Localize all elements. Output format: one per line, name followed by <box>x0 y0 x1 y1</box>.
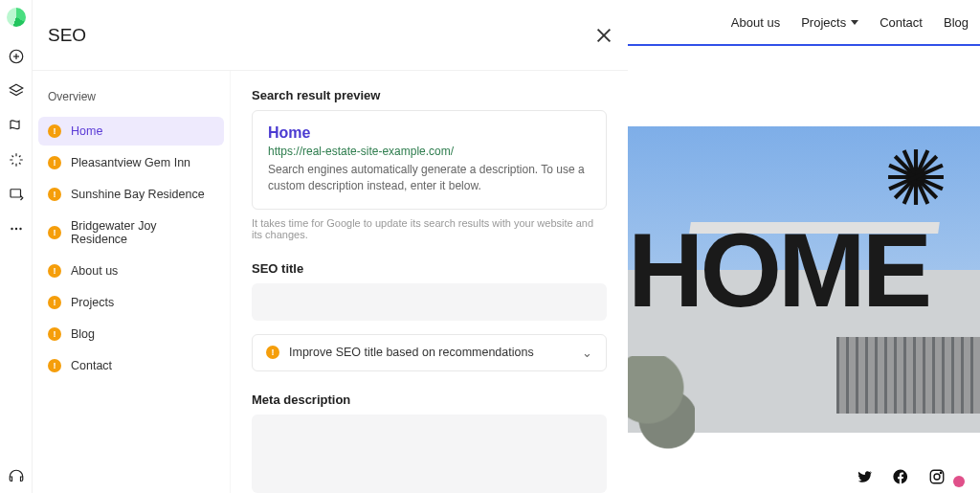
help-icon[interactable] <box>8 468 25 485</box>
update-note: It takes time for Google to update its s… <box>252 217 607 240</box>
warning-icon: ! <box>48 359 61 372</box>
warning-icon: ! <box>48 327 61 341</box>
layers-icon[interactable] <box>8 82 25 100</box>
sidebar-item-label: Home <box>71 124 102 138</box>
preview-description: Search engines automatically generate a … <box>268 162 590 195</box>
edit-icon[interactable] <box>8 186 25 203</box>
sidebar-item-home[interactable]: !Home <box>38 117 224 146</box>
svg-point-18 <box>940 472 942 474</box>
sidebar-item-label: Projects <box>71 296 114 309</box>
pages-icon[interactable] <box>8 117 25 134</box>
hero-section: HOME <box>628 69 980 423</box>
svg-point-17 <box>934 474 940 480</box>
warning-icon: ! <box>48 188 61 201</box>
sidebar-item-about-us[interactable]: !About us <box>38 257 224 285</box>
sidebar-item-blog[interactable]: !Blog <box>38 320 224 348</box>
svg-marker-3 <box>10 84 23 92</box>
seo-title-label: SEO title <box>252 261 607 276</box>
seo-main: Search result preview Home https://real-… <box>231 71 628 493</box>
nav-blog[interactable]: Blog <box>944 15 969 30</box>
sidebar-item-label: About us <box>71 264 118 278</box>
add-icon[interactable] <box>8 48 25 65</box>
panel-header: SEO <box>33 0 628 71</box>
chevron-down-icon: ⌄ <box>582 346 592 360</box>
meta-desc-label: Meta description <box>252 392 607 407</box>
seo-panel: SEO Overview !Home!Pleasantview Gem Inn!… <box>33 0 628 493</box>
sparkle-icon[interactable] <box>8 151 25 168</box>
hero-text: HOME <box>628 217 928 323</box>
more-icon[interactable] <box>8 220 25 237</box>
sidebar-item-contact[interactable]: !Contact <box>38 351 224 380</box>
instagram-icon[interactable] <box>928 468 946 485</box>
twitter-icon[interactable] <box>856 468 873 485</box>
sidebar-item-label: Sunshine Bay Residence <box>71 188 205 201</box>
chevron-down-icon <box>851 20 858 25</box>
icon-rail <box>0 0 33 493</box>
sidebar-item-pleasantview-gem-inn[interactable]: !Pleasantview Gem Inn <box>38 148 224 177</box>
search-result-preview: Home https://real-estate-site-example.co… <box>252 110 607 210</box>
sidebar-item-label: Pleasantview Gem Inn <box>71 156 190 169</box>
social-row <box>856 466 965 487</box>
panel-title: SEO <box>48 25 86 46</box>
nav-projects[interactable]: Projects <box>801 15 858 30</box>
overview-label: Overview <box>38 82 224 117</box>
seo-title-suggestion[interactable]: ! Improve SEO title based on recommendat… <box>252 334 607 371</box>
sidebar-item-projects[interactable]: !Projects <box>38 288 224 317</box>
sidebar-item-bridgewater-joy-residence[interactable]: !Bridgewater Joy Residence <box>38 212 224 254</box>
preview-url: https://real-estate-site-example.com/ <box>268 145 590 158</box>
nav-underline <box>628 44 980 46</box>
sidebar-item-sunshine-bay-residence[interactable]: !Sunshine Bay Residence <box>38 180 224 209</box>
alert-badge-icon <box>953 476 965 487</box>
meta-description-input[interactable] <box>252 415 607 493</box>
warning-icon: ! <box>48 156 61 169</box>
sidebar-item-label: Blog <box>71 327 95 341</box>
seo-title-suggestion-text: Improve SEO title based on recommendatio… <box>289 346 534 359</box>
facebook-icon[interactable] <box>892 468 909 485</box>
starburst-icon <box>886 147 946 207</box>
site-nav: About us Projects Contact Blog <box>628 0 980 44</box>
seo-title-input[interactable] <box>252 283 607 321</box>
nav-about[interactable]: About us <box>731 15 780 30</box>
svg-point-7 <box>19 228 21 230</box>
svg-point-5 <box>11 228 12 230</box>
warning-icon: ! <box>48 264 61 278</box>
preview-title: Home <box>268 124 590 142</box>
warning-icon: ! <box>48 226 61 239</box>
seo-sidebar: Overview !Home!Pleasantview Gem Inn!Suns… <box>33 71 231 493</box>
sidebar-item-label: Contact <box>71 359 112 372</box>
warning-icon: ! <box>48 296 61 309</box>
app-logo-icon[interactable] <box>7 8 26 27</box>
svg-rect-4 <box>11 190 21 197</box>
sidebar-item-label: Bridgewater Joy Residence <box>71 219 214 246</box>
close-icon[interactable] <box>595 27 612 44</box>
svg-point-6 <box>14 228 16 230</box>
site-preview: About us Projects Contact Blog HOME <box>628 0 980 493</box>
nav-contact[interactable]: Contact <box>880 15 923 30</box>
warning-icon: ! <box>48 124 61 138</box>
warning-icon: ! <box>266 346 279 359</box>
preview-section-label: Search result preview <box>252 88 607 102</box>
